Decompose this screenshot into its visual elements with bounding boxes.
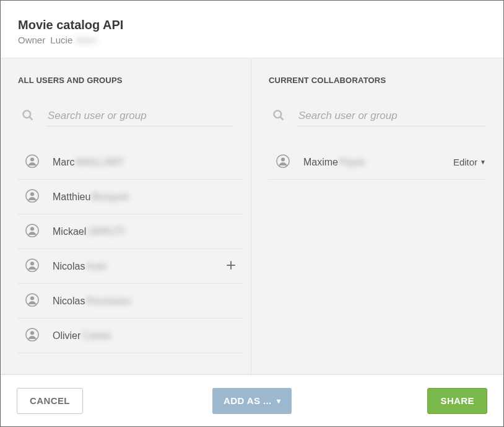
user-row[interactable]: MatthieuBosquet <box>18 180 243 214</box>
search-icon <box>272 109 285 124</box>
owner-last: Blain <box>76 35 97 45</box>
avatar-icon <box>25 154 39 170</box>
svg-point-15 <box>30 331 34 335</box>
collaborator-list: MaximePayetEditor▼ <box>269 145 486 180</box>
svg-point-16 <box>274 110 282 118</box>
user-list-wrapper: MarcMAILLARTMatthieuBosquetMickaelURRUTI… <box>18 145 251 368</box>
user-row[interactable]: NicolasAuer <box>18 249 243 284</box>
user-name: MarcMAILLART <box>53 157 124 168</box>
all-users-panel: ALL USERS AND GROUPS MarcMAILLARTMatthie… <box>1 58 251 374</box>
avatar-icon <box>25 258 39 275</box>
svg-point-7 <box>30 227 34 231</box>
user-last: URRUTI <box>87 226 124 237</box>
collaborator-first: Maxime <box>303 157 338 167</box>
add-as-label: ADD AS ... <box>224 395 272 406</box>
avatar-icon <box>25 293 39 309</box>
user-first: Nicolas <box>53 261 85 271</box>
avatar-icon <box>25 224 39 240</box>
api-title: Movie catalog API <box>18 18 486 32</box>
user-name: NicolasAuer <box>53 261 107 272</box>
avatar-icon <box>276 154 290 170</box>
owner-name: Lucie Blain <box>50 35 97 45</box>
collaborator-row: MaximePayetEditor▼ <box>269 145 486 180</box>
user-row[interactable]: MarcMAILLART <box>18 145 243 180</box>
svg-point-5 <box>30 192 34 196</box>
dialog-body: ALL USERS AND GROUPS MarcMAILLARTMatthie… <box>1 58 503 375</box>
collaborator-last: Payet <box>339 157 365 167</box>
owner-label: Owner <box>18 35 45 45</box>
user-last: MAILLART <box>76 157 124 167</box>
user-last: Cartier <box>82 330 111 341</box>
avatar-icon <box>25 328 39 344</box>
collaborators-search-input[interactable] <box>297 106 486 126</box>
owner-row: Owner Lucie Blain <box>18 35 486 45</box>
user-name: MickaelURRUTI <box>53 226 125 237</box>
user-last: Auer <box>86 261 107 271</box>
svg-point-13 <box>30 296 34 300</box>
svg-line-17 <box>280 117 284 120</box>
user-first: Mickael <box>53 226 86 237</box>
user-first: Nicolas <box>53 296 85 306</box>
user-first: Marc <box>53 157 75 167</box>
user-name: NicolasRousseau <box>53 296 131 307</box>
user-first: Olivier <box>53 330 80 341</box>
user-row[interactable]: MickaelURRUTI <box>18 214 243 249</box>
avatar-icon <box>25 189 39 205</box>
user-list[interactable]: MarcMAILLARTMatthieuBosquetMickaelURRUTI… <box>18 145 243 368</box>
user-name: OlivierCartier <box>53 330 111 341</box>
role-label: Editor <box>453 157 477 167</box>
all-users-title: ALL USERS AND GROUPS <box>18 76 251 85</box>
role-select[interactable]: Editor▼ <box>453 157 486 167</box>
add-as-button[interactable]: ADD AS ... ▾ <box>212 388 292 414</box>
user-row[interactable]: OlivierCartier <box>18 319 243 353</box>
user-last: Bosquet <box>92 191 128 202</box>
add-user-icon[interactable] <box>225 259 237 274</box>
share-dialog: Movie catalog API Owner Lucie Blain ALL … <box>0 0 504 427</box>
collaborators-title: CURRENT COLLABORATORS <box>269 76 486 85</box>
user-row[interactable]: NicolasRousseau <box>18 284 243 319</box>
svg-point-3 <box>30 157 34 161</box>
user-name: MatthieuBosquet <box>53 191 128 203</box>
user-first: Matthieu <box>53 191 90 202</box>
share-button[interactable]: SHARE <box>427 388 487 414</box>
owner-first: Lucie <box>50 35 72 45</box>
dialog-header: Movie catalog API Owner Lucie Blain <box>1 1 503 58</box>
cancel-button[interactable]: CANCEL <box>17 388 83 414</box>
user-last: Rousseau <box>86 296 131 306</box>
svg-point-19 <box>281 157 285 161</box>
svg-line-1 <box>30 117 33 120</box>
collaborator-name: MaximePayet <box>303 157 365 168</box>
all-users-search-input[interactable] <box>46 106 232 126</box>
svg-point-9 <box>30 262 34 265</box>
all-users-search-row <box>18 106 251 133</box>
collaborators-search-row <box>269 106 486 133</box>
dialog-footer: CANCEL ADD AS ... ▾ SHARE <box>1 375 503 426</box>
svg-point-0 <box>24 110 31 118</box>
chevron-down-icon: ▼ <box>480 159 486 165</box>
search-icon <box>22 109 34 124</box>
chevron-down-icon: ▾ <box>277 397 280 405</box>
collaborators-panel: CURRENT COLLABORATORS MaximePayetEditor▼ <box>251 58 503 374</box>
